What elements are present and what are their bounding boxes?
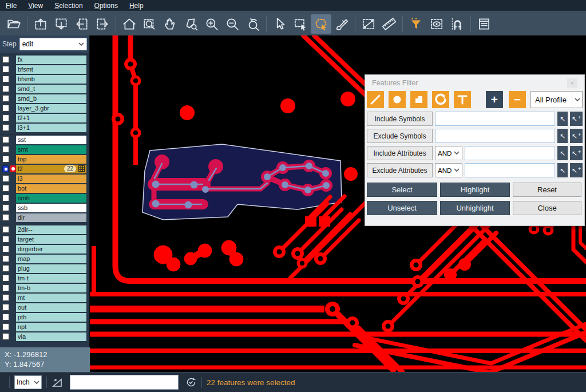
- layer-checkbox[interactable]: [2, 226, 9, 233]
- line-tool-button[interactable]: [367, 91, 384, 108]
- pan-left-icon[interactable]: [72, 14, 92, 34]
- layer-checkbox[interactable]: [2, 66, 9, 73]
- layer-checkbox[interactable]: [2, 156, 9, 163]
- layer-checkbox[interactable]: [2, 195, 9, 201]
- layer-row-map[interactable]: map: [0, 254, 89, 263]
- layer-checkbox[interactable]: [2, 304, 9, 311]
- zoom-previous-icon[interactable]: [243, 14, 263, 34]
- layer-label[interactable]: sst: [16, 136, 86, 144]
- filter-label-button[interactable]: Exclude Symbols: [367, 129, 433, 143]
- layer-row-smd_t[interactable]: smd_t: [0, 84, 89, 93]
- layer-checkbox[interactable]: [2, 323, 9, 330]
- layer-label[interactable]: layer_3.gbr: [16, 104, 86, 113]
- select-button[interactable]: Select: [367, 183, 437, 197]
- layer-label[interactable]: smd_b: [16, 94, 86, 103]
- include-mode-button[interactable]: +: [486, 91, 503, 108]
- pick-add-arrow-button[interactable]: ↖+: [570, 163, 583, 177]
- zoom-out-icon[interactable]: [222, 14, 243, 34]
- layer-row-l3+1[interactable]: l3+1: [0, 123, 89, 132]
- layer-row-ssb[interactable]: ssb: [0, 203, 89, 212]
- layer-checkbox[interactable]: [2, 56, 9, 63]
- pan-right-icon[interactable]: [92, 14, 113, 34]
- pick-arrow-button[interactable]: ↖: [557, 146, 568, 160]
- layer-row-via[interactable]: via: [0, 332, 89, 341]
- filter-label-button[interactable]: Include Symbols: [367, 112, 433, 126]
- layer-label[interactable]: l3+1: [16, 124, 86, 132]
- layer-label[interactable]: fx: [16, 56, 86, 64]
- layer-label[interactable]: smt: [16, 145, 86, 154]
- layer-label[interactable]: via: [16, 332, 86, 341]
- layer-label[interactable]: l3: [16, 175, 86, 183]
- layer-checkbox[interactable]: [2, 85, 9, 92]
- layer-checkbox[interactable]: [2, 275, 9, 282]
- pick-add-arrow-button[interactable]: ↖+: [570, 129, 583, 143]
- layer-label[interactable]: bot: [16, 184, 86, 193]
- layer-label[interactable]: smd_t: [16, 85, 86, 93]
- pick-add-arrow-button[interactable]: ↖+: [570, 112, 583, 126]
- filter-value-input[interactable]: [465, 163, 555, 177]
- unselect-button[interactable]: Unselect: [367, 201, 437, 215]
- layer-label[interactable]: smb: [16, 194, 86, 203]
- layer-checkbox[interactable]: [2, 136, 9, 143]
- select-rectangle-icon[interactable]: [290, 14, 311, 34]
- profile-dropdown[interactable]: All Profile: [530, 91, 583, 108]
- layer-row-l3[interactable]: l3: [0, 174, 89, 183]
- measure-ruler-icon[interactable]: [379, 14, 399, 34]
- surface-tool-button[interactable]: [410, 91, 427, 108]
- layer-label[interactable]: map: [16, 255, 86, 263]
- layer-row-2dir--[interactable]: 2dir--: [0, 225, 89, 234]
- layer-checkbox[interactable]: [2, 214, 9, 221]
- dialog-titlebar[interactable]: Features Filter ×: [365, 75, 584, 90]
- filter-value-input[interactable]: [465, 146, 555, 160]
- open-folder-icon[interactable]: [3, 14, 24, 34]
- layer-checkbox[interactable]: [2, 333, 9, 340]
- layer-checkbox[interactable]: [2, 185, 9, 192]
- layer-checkbox[interactable]: [2, 246, 9, 252]
- layer-row-npt[interactable]: npt: [0, 322, 89, 331]
- layer-label[interactable]: l222: [16, 165, 86, 173]
- layers-table-icon[interactable]: [474, 14, 494, 34]
- menu-item-selection[interactable]: Selection: [54, 2, 82, 10]
- grid-icon[interactable]: [78, 165, 85, 173]
- layer-checkbox[interactable]: [2, 314, 9, 320]
- layer-checkbox[interactable]: [2, 265, 9, 272]
- layer-label[interactable]: npt: [16, 323, 86, 331]
- and-dropdown[interactable]: AND: [435, 163, 462, 177]
- step-dropdown[interactable]: edit: [19, 38, 87, 50]
- layer-row-l2+1[interactable]: l2+1: [0, 113, 89, 122]
- layer-checkbox[interactable]: [2, 236, 9, 243]
- layer-row-smt[interactable]: smt: [0, 145, 89, 154]
- text-tool-button[interactable]: [454, 91, 471, 108]
- features-filter-icon[interactable]: [406, 14, 426, 34]
- menu-item-view[interactable]: View: [28, 2, 43, 10]
- layer-label[interactable]: pth: [16, 313, 86, 322]
- layer-label[interactable]: tm-t: [16, 274, 86, 283]
- view-options-icon[interactable]: [426, 14, 447, 34]
- unhighlight-button[interactable]: Unhighlight: [440, 201, 510, 215]
- select-polygon-icon[interactable]: [311, 14, 331, 34]
- close-button[interactable]: Close: [513, 201, 581, 215]
- layer-checkbox[interactable]: [2, 114, 9, 121]
- zoom-shape-icon[interactable]: [181, 14, 201, 34]
- zoom-window-icon[interactable]: [140, 14, 160, 34]
- layer-row-mt[interactable]: mt: [0, 293, 89, 302]
- layer-label[interactable]: target: [16, 235, 86, 244]
- filter-value-input[interactable]: [435, 129, 555, 143]
- layer-row-tm-t[interactable]: tm-t: [0, 274, 89, 283]
- layer-label[interactable]: mt: [16, 294, 86, 302]
- menu-item-file[interactable]: File: [6, 2, 17, 10]
- pan-down-icon[interactable]: [51, 14, 72, 34]
- measure-line-icon[interactable]: [358, 14, 379, 34]
- home-icon[interactable]: [119, 14, 140, 34]
- layer-label[interactable]: plug: [16, 264, 86, 273]
- layer-row-out[interactable]: out: [0, 303, 89, 312]
- menu-item-help[interactable]: Help: [129, 2, 144, 10]
- layer-label[interactable]: bfsmt: [16, 65, 86, 74]
- layer-label[interactable]: out: [16, 303, 86, 312]
- layer-checkbox[interactable]: [2, 124, 9, 131]
- layer-row-bfsmb[interactable]: bfsmb: [0, 74, 89, 84]
- layer-label[interactable]: 2dir--: [16, 225, 86, 234]
- pick-arrow-button[interactable]: ↖: [557, 163, 568, 177]
- layer-label[interactable]: dir: [16, 213, 86, 222]
- layer-checkbox[interactable]: [2, 95, 9, 102]
